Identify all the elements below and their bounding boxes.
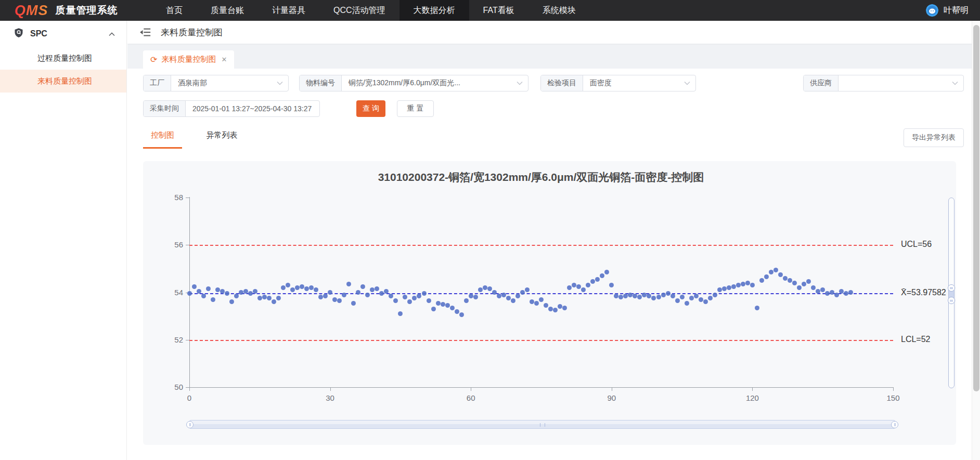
data-point [520,290,525,295]
data-point [370,287,375,292]
tab-control-chart[interactable]: 控制图 [143,130,182,149]
data-point [590,279,595,284]
navbar-user-area[interactable]: 叶帮明 [926,4,980,17]
x-tick-label: 120 [742,393,763,402]
data-point [722,286,727,291]
data-point [337,298,342,303]
data-point [314,287,318,292]
supplier-value [839,75,952,91]
tag-tab-incoming-control-chart[interactable]: ⟳ 来料质量控制图 ✕ [143,50,234,69]
x-tick-label: 60 [460,393,481,402]
tag-tab-label: 来料质量控制图 [161,55,216,64]
x-datazoom-handle-left[interactable] [186,421,194,428]
data-point [839,289,844,294]
filter-row-1: 工厂 酒泉南部 物料编号 铜箔/宽1302mm/厚6.0μm/双面光... 检验… [143,75,964,91]
data-point [703,299,708,304]
x-datazoom-grip[interactable] [540,423,545,427]
plot-area: 50525456580306090120150UCL=56X̄=53.97582… [189,198,893,387]
data-point [741,282,745,286]
data-point [417,294,421,298]
data-point [788,278,792,283]
page-scrollbar[interactable] [972,21,980,460]
material-code-select[interactable]: 物料编号 铜箔/宽1302mm/厚6.0μm/双面光... [299,75,528,91]
y-datazoom-handle-bottom[interactable] [948,297,955,304]
factory-select[interactable]: 工厂 酒泉南部 [143,75,289,91]
sidebar-group-spc[interactable]: SPC [0,21,126,47]
data-point [604,270,609,274]
data-point [290,287,295,292]
data-point [558,304,562,309]
x-datazoom-slider[interactable] [189,420,895,429]
data-point [431,307,436,311]
data-point [844,291,848,296]
qms-logo: QMS [15,3,48,19]
collapse-sidebar-icon[interactable] [140,27,151,37]
collect-time-range-input[interactable]: 采集时间 2025-01-01 13:27~2025-04-30 13:27 [143,100,320,117]
y-datazoom-slider[interactable] [948,198,955,388]
data-point [745,281,750,285]
inspection-item-label: 检验项目 [541,75,583,91]
nav-item-system[interactable]: 系统模块 [528,0,590,21]
data-point [544,303,548,308]
data-point [670,294,675,298]
data-point [675,298,680,303]
close-icon[interactable]: ✕ [221,56,227,63]
supplier-select[interactable]: 供应商 [803,75,964,91]
data-point [225,291,229,296]
data-point [848,290,853,295]
data-point [666,291,670,296]
nav-item-measuring-tools[interactable]: 计量器具 [258,0,319,21]
brand: QMS 质量管理系统 [0,3,152,19]
reference-line-label: X̄=53.97582 [901,288,946,297]
tab-anomaly-list[interactable]: 异常列表 [206,130,237,147]
data-point [750,283,755,287]
query-button[interactable]: 查 询 [356,100,385,117]
y-datazoom-handle-top[interactable] [948,284,955,292]
data-point [295,285,300,290]
data-point [234,294,239,298]
data-point [309,285,314,290]
nav-item-home[interactable]: 首页 [152,0,197,21]
x-axis-tick [612,388,612,391]
data-point [220,289,225,294]
data-point [473,295,478,299]
reset-button[interactable]: 重 置 [397,100,434,117]
nav-item-bigdata[interactable]: 大数据分析 [399,0,469,21]
data-point [595,277,600,282]
data-point [727,285,731,290]
nav-item-fat-board[interactable]: FAT看板 [469,0,528,21]
data-point [487,286,492,291]
content: 工厂 酒泉南部 物料编号 铜箔/宽1302mm/厚6.0μm/双面光... 检验… [127,69,980,445]
y-tick-label: 58 [164,193,183,202]
chevron-down-icon [684,75,695,91]
refresh-icon[interactable]: ⟳ [150,56,157,64]
material-code-value: 铜箔/宽1302mm/厚6.0μm/双面光... [342,75,517,91]
sidebar-item-process-control-chart[interactable]: 过程质量控制图 [0,47,126,70]
x-datazoom-handle-right[interactable] [891,421,898,428]
data-point [281,285,286,290]
x-axis-tick [330,388,331,391]
export-anomaly-list-button[interactable]: 导出异常列表 [904,128,964,147]
nav-item-quality-ledger[interactable]: 质量台账 [197,0,258,21]
data-point [618,295,623,299]
data-point [243,289,248,294]
data-point [642,293,647,297]
scrollbar-thumb[interactable] [973,25,979,391]
data-point [633,294,637,298]
inspection-item-select[interactable]: 检验项目 面密度 [540,75,696,91]
data-point [647,294,651,298]
data-point [811,285,816,290]
data-point [248,291,253,296]
data-point [427,298,431,303]
data-point [459,312,464,317]
nav-item-qcc[interactable]: QCC活动管理 [319,0,399,21]
x-axis-tick [471,388,471,391]
data-point [553,308,558,312]
sidebar-item-incoming-control-chart[interactable]: 来料质量控制图 [0,70,126,93]
data-point [525,287,530,292]
data-point [398,311,403,316]
inspection-item-value: 面密度 [583,75,684,91]
data-point [384,289,389,294]
data-point [567,285,572,290]
data-point [187,291,192,296]
